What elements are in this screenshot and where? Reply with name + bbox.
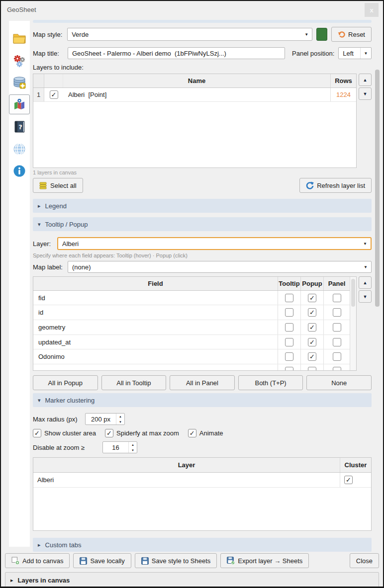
panel-checkbox[interactable] [333, 294, 341, 302]
layers-in-canvas-label: Layers in canvas [18, 577, 70, 584]
panel-checkbox[interactable] [333, 308, 341, 317]
select-all-button[interactable]: Select all [33, 178, 83, 193]
field-appearance-hint: Specify where each field appears: Toolti… [33, 252, 372, 258]
layer-visible-checkbox[interactable]: ✓ [50, 90, 58, 99]
close-button[interactable]: Close [350, 553, 379, 568]
spin-down-icon[interactable]: ▼ [129, 447, 137, 453]
vertical-scrollbar[interactable] [375, 70, 380, 307]
tooltip-checkbox[interactable] [285, 308, 293, 317]
map-title-label: Map title: [33, 50, 64, 57]
field-row[interactable]: Odonimo ✓ [33, 349, 350, 364]
popup-checkbox[interactable]: ✓ [308, 294, 316, 302]
section-custom-tabs[interactable]: ▸ Custom tabs [33, 538, 372, 552]
panel-checkbox[interactable] [333, 367, 341, 370]
field-row[interactable]: fid ✓ [33, 291, 350, 306]
popup-checkbox[interactable]: ✓ [308, 323, 316, 332]
checkbox-label: Animate [199, 429, 223, 437]
panel-checkbox[interactable] [333, 352, 341, 361]
layer-row-count: 1224 [330, 88, 356, 101]
refresh-layer-list-button[interactable]: Refresh layer list [299, 178, 372, 193]
tooltip-checkbox[interactable] [285, 352, 293, 361]
map-style-select[interactable]: Verde ▼ [67, 28, 312, 41]
move-layer-down-button[interactable]: ▼ [359, 87, 372, 100]
checkbox[interactable]: ✓ [105, 429, 113, 437]
all-in-popup-button[interactable]: All in Popup [33, 375, 98, 390]
move-layer-up-button[interactable]: ▲ [359, 74, 372, 86]
panel-checkbox[interactable] [333, 323, 341, 332]
section-layers-in-canvas[interactable]: ▸ Layers in canvas [5, 572, 379, 588]
save-style-to-sheets-button[interactable]: Save style to Sheets [135, 553, 217, 568]
select-all-label: Select all [50, 182, 77, 189]
layers-status-text: 1 layers in canvas [33, 169, 372, 175]
main-panel: Map style: Verde ▼ Reset Map title: Ge [33, 20, 372, 552]
sidebar-item-about[interactable] [9, 161, 30, 181]
tooltip-checkbox[interactable] [285, 367, 293, 370]
popup-checkbox[interactable]: ✓ [308, 352, 316, 361]
close-window-button[interactable]: x [365, 3, 379, 17]
tp-layer-select[interactable]: Alberi ▼ [57, 237, 372, 250]
layers-col-name: Name [63, 74, 330, 87]
animate-checkbox[interactable]: ✓ Animate [188, 429, 223, 437]
all-in-panel-button[interactable]: All in Panel [170, 375, 235, 390]
popup-checkbox[interactable]: ✓ [308, 338, 316, 346]
field-row[interactable]: id ✓ [33, 305, 350, 320]
sidebar-item-map[interactable] [9, 94, 30, 114]
show-cluster-area-checkbox[interactable]: ✓ Show cluster area [33, 429, 96, 437]
save-style-to-sheets-label: Save style to Sheets [152, 557, 211, 565]
style-color-swatch[interactable] [316, 28, 327, 41]
panel-position-select[interactable]: Left ▼ [338, 47, 372, 59]
panel-checkbox[interactable] [333, 338, 341, 346]
disable-zoom-spinbox[interactable]: 16 ▲ ▼ [102, 441, 137, 453]
tooltip-checkbox[interactable] [285, 294, 293, 302]
layer-row-alberi[interactable]: 1 ✓ Alberi [Point] 1224 [33, 88, 356, 102]
field-table-scrollbar[interactable] [350, 277, 356, 370]
spiderfy-checkbox[interactable]: ✓ Spiderfy at max zoom [105, 429, 179, 437]
move-field-up-button[interactable]: ▲ [359, 276, 372, 289]
field-name: id [33, 305, 278, 320]
map-title-input[interactable]: GeoSheet - Palermo - Alberi demo (1bFPiw… [68, 47, 285, 59]
spinner-buttons[interactable]: ▲ ▼ [116, 414, 124, 424]
section-marker-clustering[interactable]: ▾ Marker clustering [33, 393, 372, 407]
section-tooltip-popup[interactable]: ▾ Tooltip / Popup [33, 217, 372, 231]
cluster-row-alberi[interactable]: Alberi ✓ [33, 473, 371, 488]
max-radius-spinbox[interactable]: 200 px ▲ ▼ [85, 413, 125, 425]
sidebar-item-web[interactable] [9, 139, 30, 159]
floppy-disk-icon [141, 557, 149, 565]
arrow-down-icon: ▼ [363, 91, 368, 96]
popup-checkbox[interactable]: ✓ [308, 308, 316, 317]
field-row[interactable]: geometry ✓ [33, 320, 350, 335]
tooltip-checkbox[interactable] [285, 338, 293, 346]
field-row[interactable]: updated_at ✓ [33, 335, 350, 350]
panel-position-label: Panel position: [292, 50, 334, 57]
export-layer-to-sheets-button[interactable]: Export layer → Sheets [220, 553, 309, 568]
checkbox[interactable]: ✓ [33, 429, 41, 437]
sidebar-item-help[interactable]: ? [9, 117, 30, 137]
sidebar-item-database[interactable] [9, 73, 30, 92]
field-row-partial[interactable] [33, 364, 350, 370]
cluster-checkbox[interactable]: ✓ [344, 476, 353, 484]
map-marker-icon [13, 98, 26, 111]
sidebar-item-settings[interactable] [9, 51, 30, 71]
sidebar-item-open[interactable] [9, 28, 30, 48]
checkbox[interactable]: ✓ [188, 429, 196, 437]
spinner-buttons[interactable]: ▲ ▼ [128, 442, 137, 453]
progress-strip [33, 20, 372, 23]
section-legend[interactable]: ▸ Legend [33, 199, 372, 213]
folder-icon [13, 33, 26, 44]
both-tp-button[interactable]: Both (T+P) [238, 375, 303, 390]
all-in-tooltip-button[interactable]: All in Tooltip [101, 375, 167, 390]
save-locally-button[interactable]: Save locally [73, 553, 131, 568]
export-layer-label: Export layer → Sheets [238, 557, 302, 565]
move-field-down-button[interactable]: ▼ [359, 290, 372, 303]
title-bar[interactable]: GeoSheet [1, 1, 383, 18]
reset-button[interactable]: Reset [331, 27, 372, 42]
spin-down-icon[interactable]: ▼ [116, 419, 124, 424]
help-book-icon: ? [13, 120, 25, 133]
tooltip-checkbox[interactable] [285, 323, 293, 332]
add-to-canvas-button[interactable]: Add to canvas [5, 553, 70, 568]
spin-up-icon[interactable]: ▲ [129, 442, 137, 447]
popup-checkbox[interactable] [308, 367, 316, 370]
none-button[interactable]: None [306, 375, 372, 390]
map-label-select[interactable]: (none) ▼ [68, 261, 372, 273]
spin-up-icon[interactable]: ▲ [116, 414, 124, 419]
